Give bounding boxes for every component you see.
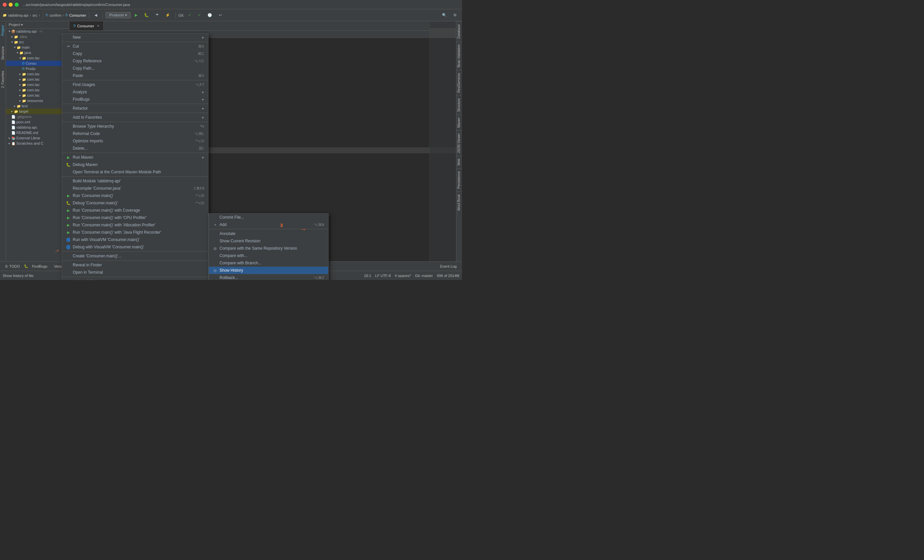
submenu-compare-branch[interactable]: Compare with Branch... [209, 259, 328, 267]
menu-item-run-coverage[interactable]: ▶ Run 'Consumer.main()' with Coverage [62, 207, 208, 214]
menu-item-delete[interactable]: Delete... ⌦ [62, 145, 208, 152]
tree-item-src[interactable]: 📁 src [6, 39, 69, 45]
menu-item-run-maven[interactable]: ▶ Run Maven ▸ [62, 154, 208, 161]
submenu-compare[interactable]: Compare with... [209, 252, 328, 259]
bean-validation-tab[interactable]: Bean Validation [456, 41, 462, 70]
menu-item-open-terminal-maven[interactable]: Open Terminal at the Current Maven Modul… [62, 168, 208, 176]
menu-item-debug-consumer[interactable]: 🐛 Debug 'Consumer.main()' ^⌥D [62, 199, 208, 207]
tree-item-com5[interactable]: 📁 com.lac [6, 87, 69, 93]
event-log-tab[interactable]: Event Log [437, 264, 459, 269]
tree-item-test[interactable]: 📁 test [6, 103, 69, 109]
menu-item-cut[interactable]: ✂ Cut ⌘X [62, 43, 208, 50]
menu-item-debug-visualvm[interactable]: 🌀 Debug with VisualVM 'Consumer.main()' [62, 243, 208, 251]
menu-item-refactor[interactable]: Refactor ▸ [62, 105, 208, 112]
tree-item-com3[interactable]: 📁 com.lac [6, 77, 69, 82]
database-tab[interactable]: Database [456, 21, 462, 41]
tree-item-idea[interactable]: 📁 .idea [6, 34, 69, 39]
submenu-show-history[interactable]: ◎ Show History [209, 267, 328, 274]
tab-close[interactable]: ✕ [97, 24, 99, 28]
menu-item-reformat[interactable]: Reformat Code ⌥⌘L [62, 130, 208, 137]
submenu-rollback[interactable]: Rollback... ⌥⌘Z [209, 274, 328, 280]
menu-item-create[interactable]: Create 'Consumer.main()'... [62, 252, 208, 260]
back-button[interactable]: ◀ [92, 12, 100, 18]
run-button[interactable]: ▶ [132, 12, 140, 18]
maximize-button[interactable] [15, 3, 19, 7]
structure-tab[interactable]: Structure [0, 45, 5, 61]
consumer-editor-tab[interactable]: © Consumer ✕ [69, 21, 104, 30]
persistence-tab[interactable]: Persistence [456, 168, 462, 191]
tree-item-readme[interactable]: 📄 README.md [6, 130, 69, 135]
menu-item-copy-path[interactable]: Copy Path... [62, 65, 208, 72]
tree-item-com6[interactable]: 📁 com.lac [6, 93, 69, 98]
menu-item-run-visualvm[interactable]: 🌀 Run with VisualVM 'Consumer.main()' [62, 236, 208, 243]
submenu-commit[interactable]: Commit File... [209, 214, 328, 221]
structure-right-tab[interactable]: Structure [456, 95, 462, 115]
todo-tab[interactable]: 6: TODO [3, 264, 22, 269]
tree-item-main[interactable]: 📁 main [6, 45, 69, 50]
menu-item-new[interactable]: New ▸ [62, 34, 208, 41]
menu-item-run-consumer[interactable]: ▶ Run 'Consumer.main()' ^⌥R [62, 192, 208, 199]
menu-item-local-history[interactable]: 2 Local History ▸ [62, 278, 208, 280]
git-undo-button[interactable]: ↩ [216, 12, 225, 18]
git-check2-button[interactable]: ✓ [195, 12, 204, 18]
maven-tab[interactable]: Maven [456, 115, 462, 130]
tree-item-rabbitmq[interactable]: 📦 rabbitmq-api ~/ [6, 28, 69, 34]
web-tab[interactable]: Web [456, 156, 462, 168]
rest-services-tab[interactable]: RestServices [456, 70, 462, 95]
tree-item-rabbitmq-file[interactable]: 📄 rabbitmq-api. [6, 125, 69, 130]
debug-button[interactable]: 🐛 [141, 12, 152, 18]
menu-item-copy-ref[interactable]: Copy Reference ⌥⇧C [62, 57, 208, 65]
menu-item-browse-hierarchy[interactable]: Browse Type Hierarchy ^H [62, 123, 208, 130]
src-label: src [32, 13, 38, 17]
submenu-show-revision[interactable]: Show Current Revision [209, 237, 328, 245]
menu-item-open-terminal[interactable]: Open in Terminal [62, 269, 208, 276]
menu-item-run-flight[interactable]: ▶ Run 'Consumer.main()' with 'Java Fligh… [62, 229, 208, 236]
minimize-button[interactable] [9, 3, 13, 7]
tree-item-com2[interactable]: 📁 com.lac [6, 71, 69, 77]
mini-map-content [430, 21, 456, 261]
menu-item-add-favorites[interactable]: Add to Favorites ▸ [62, 114, 208, 121]
project-tab[interactable]: Project [0, 24, 5, 37]
findbugs-bottom-tab[interactable]: FindBugs [29, 264, 50, 269]
menu-item-recompile[interactable]: Recompile 'Consumer.java' ⇧⌘F9 [62, 185, 208, 192]
folder-icon: 📚 [11, 136, 15, 140]
submenu-compare-repo[interactable]: ◎ Compare with the Same Repository Versi… [209, 245, 328, 252]
json-viewer-tab[interactable]: JSON Viewer [456, 130, 462, 156]
tree-item-resources[interactable]: 📁 resources [6, 98, 69, 103]
submenu-add[interactable]: + Add ⌥⌘A [209, 221, 328, 228]
menu-item-copy[interactable]: Copy ⌘C [62, 50, 208, 57]
tree-item-target[interactable]: 📁 target [6, 109, 69, 114]
submenu-annotate[interactable]: Annotate [209, 230, 328, 237]
menu-item-debug-maven[interactable]: 🐛 Debug Maven [62, 161, 208, 168]
tree-item-gitignore[interactable]: 📄 .gitignore [6, 114, 69, 119]
menu-item-build-module[interactable]: Build Module 'rabbitmq-api' [62, 177, 208, 185]
menu-item-reveal-finder[interactable]: Reveal in Finder [62, 261, 208, 269]
profile-button[interactable]: ⚡ [163, 12, 173, 18]
close-button[interactable] [3, 3, 7, 7]
menu-item-analyze[interactable]: Analyze ▸ [62, 88, 208, 96]
menu-item-find-usages[interactable]: Find Usages ⌥F7 [62, 81, 208, 88]
search-everywhere-button[interactable]: 🔍 [440, 12, 449, 18]
git-clock-button[interactable]: 🕐 [205, 12, 215, 18]
run-config-button[interactable]: Producer ▾ [105, 12, 131, 18]
tree-item-com1[interactable]: 📁 com.lac [6, 55, 69, 61]
settings-button[interactable]: ⚙ [451, 12, 459, 18]
word-book-tab[interactable]: Word Book [456, 191, 462, 213]
menu-item-run-alloc[interactable]: ▶ Run 'Consumer.main()' with 'Allocation… [62, 221, 208, 229]
folder-icon: 📁 [22, 56, 26, 60]
sidebar-header: Project ▾ [6, 21, 69, 28]
tree-item-producer[interactable]: © Produ [6, 66, 69, 71]
menu-item-paste[interactable]: Paste ⌘V [62, 72, 208, 79]
tree-item-scratches[interactable]: 📋 Scratches and C [6, 141, 69, 146]
git-check-button[interactable]: ✓ [186, 12, 194, 18]
tree-item-com4[interactable]: 📁 com.lac [6, 82, 69, 87]
tree-item-consumer[interactable]: © Consu → [6, 61, 69, 66]
menu-item-findbugs[interactable]: FindBugs ▸ [62, 96, 208, 103]
favorites-tab[interactable]: 2: Favorites [0, 69, 5, 89]
tree-item-java[interactable]: 📁 java [6, 50, 69, 55]
tree-item-pom[interactable]: 📄 pom.xml [6, 119, 69, 125]
menu-item-optimize[interactable]: Optimize Imports ^⌥O [62, 137, 208, 145]
tree-item-external[interactable]: 📚 External Librar [6, 135, 69, 141]
menu-item-run-cpu[interactable]: ▶ Run 'Consumer.main()' with 'CPU Profil… [62, 214, 208, 221]
coverage-button[interactable]: ☂ [153, 12, 162, 18]
